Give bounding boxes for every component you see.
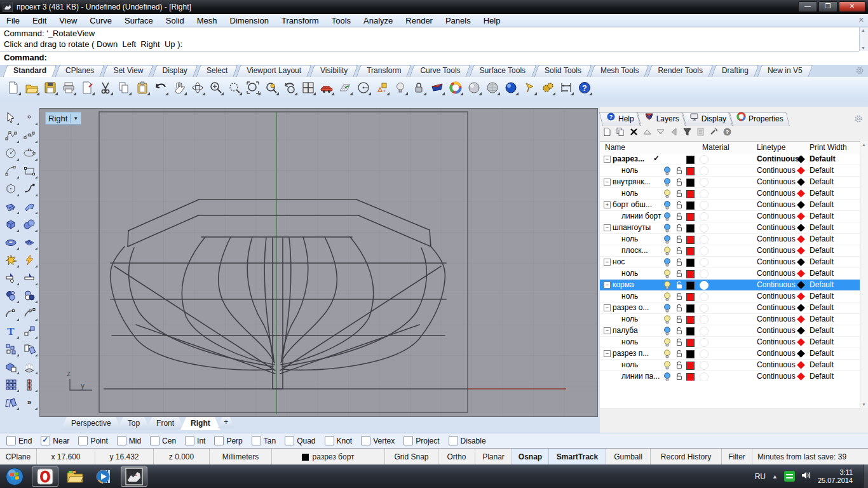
- add-viewport-tab-button[interactable]: +: [218, 417, 234, 428]
- dimension-icon[interactable]: [558, 79, 574, 96]
- arc-icon[interactable]: [1, 162, 20, 180]
- checkbox-disable[interactable]: [449, 436, 458, 445]
- layer-print-width[interactable]: Default: [810, 292, 834, 301]
- layer-row[interactable]: −палубаContinuousDefault: [600, 325, 860, 337]
- layer-lock-icon[interactable]: [675, 361, 683, 371]
- layer-linetype[interactable]: Continuous: [757, 177, 796, 186]
- layer-linetype[interactable]: Continuous: [757, 292, 796, 301]
- layer-row[interactable]: плоск...ContinuousDefault: [600, 245, 860, 257]
- layer-row[interactable]: нольContinuousDefault: [600, 314, 860, 325]
- layer-name[interactable]: плоск...: [621, 246, 648, 255]
- menu-render[interactable]: Render: [399, 15, 439, 27]
- osnap-knot[interactable]: Knot: [325, 436, 353, 445]
- toolbar-tab-render-tools[interactable]: Render Tools: [648, 65, 712, 77]
- layer-material-icon[interactable]: [700, 269, 709, 278]
- toolbar-tab-cplanes[interactable]: CPlanes: [56, 65, 104, 77]
- layer-visibility-bulb-icon[interactable]: [663, 166, 671, 177]
- layer-name[interactable]: палуба: [613, 326, 638, 335]
- mirror-icon[interactable]: [20, 340, 38, 358]
- layer-visibility-bulb-icon[interactable]: [663, 304, 671, 315]
- layer-visibility-bulb-icon[interactable]: [663, 258, 671, 269]
- text-icon[interactable]: T: [1, 322, 20, 340]
- layer-lock-icon[interactable]: [675, 349, 683, 360]
- osnap-quad[interactable]: Quad: [285, 436, 315, 445]
- layer-name[interactable]: ноль: [621, 189, 638, 198]
- command-prompt[interactable]: Command:: [4, 53, 47, 62]
- layer-name[interactable]: внутрянк...: [613, 177, 650, 186]
- layer-lock-icon[interactable]: [675, 258, 683, 268]
- layer-name[interactable]: линии па...: [621, 372, 660, 381]
- layer-print-width[interactable]: Default: [810, 212, 834, 220]
- point-icon[interactable]: [20, 109, 38, 126]
- layer-linetype[interactable]: Continuous: [757, 234, 796, 243]
- layer-row[interactable]: линии па...ContinuousDefault: [600, 371, 860, 381]
- filter-layers-icon[interactable]: [682, 127, 692, 139]
- osnap-cen[interactable]: Cen: [150, 436, 176, 445]
- layer-linetype[interactable]: Continuous: [757, 315, 796, 323]
- status-z-0-000[interactable]: z 0.000: [154, 449, 210, 465]
- checkbox-tan[interactable]: [252, 436, 261, 445]
- layer-material-icon[interactable]: [700, 372, 709, 381]
- layer-row[interactable]: +борт обш...ContinuousDefault: [600, 200, 860, 211]
- osnap-point[interactable]: Point: [78, 436, 107, 445]
- layer-print-width[interactable]: Default: [810, 200, 834, 209]
- layer-color-swatch[interactable]: [686, 339, 695, 347]
- osnap-tan[interactable]: Tan: [252, 436, 276, 445]
- menu-tools[interactable]: Tools: [325, 15, 357, 27]
- layer-material-icon[interactable]: [700, 327, 709, 336]
- layer-visibility-bulb-icon[interactable]: [663, 292, 671, 303]
- layer-name[interactable]: ноль: [621, 360, 638, 369]
- layer-color-swatch[interactable]: [686, 373, 695, 381]
- toolbar-tab-mesh-tools[interactable]: Mesh Tools: [591, 65, 648, 77]
- start-button[interactable]: [4, 466, 25, 487]
- taskbar-clock[interactable]: 3:11 25.07.2014: [818, 468, 853, 485]
- language-indicator[interactable]: RU: [755, 472, 766, 481]
- layer-lock-icon[interactable]: [675, 327, 683, 337]
- layer-visibility-bulb-icon[interactable]: [663, 315, 671, 326]
- layer-color-swatch[interactable]: [686, 281, 695, 290]
- notification-icon[interactable]: [521, 79, 538, 96]
- layer-lock-icon[interactable]: [675, 304, 683, 314]
- toolbar-tab-drafting[interactable]: Drafting: [712, 65, 758, 77]
- layer-lock-icon[interactable]: [675, 372, 683, 381]
- osnap-near[interactable]: Near: [41, 436, 69, 445]
- move-layer-left-icon[interactable]: [669, 127, 679, 139]
- layer-color-swatch[interactable]: [686, 247, 695, 255]
- checkbox-cen[interactable]: [150, 436, 159, 445]
- toolbar-tab-viewport-layout[interactable]: Viewport Layout: [237, 65, 311, 77]
- layer-print-width[interactable]: Default: [810, 223, 834, 232]
- layer-material-icon[interactable]: [700, 212, 709, 221]
- layer-material-icon[interactable]: [700, 292, 709, 301]
- panel-tab-properties[interactable]: Properties: [733, 112, 790, 126]
- export-notes-icon[interactable]: [79, 79, 95, 96]
- layer-print-width[interactable]: Default: [810, 154, 836, 163]
- layer-material-icon[interactable]: [700, 349, 709, 358]
- menu-dimension[interactable]: Dimension: [224, 15, 275, 27]
- layer-lock-icon[interactable]: [675, 178, 683, 188]
- layer-print-width[interactable]: Default: [810, 372, 834, 381]
- checkbox-point[interactable]: [78, 436, 88, 445]
- status-record-history[interactable]: Record History: [651, 449, 722, 465]
- shade-view-icon[interactable]: [466, 79, 482, 96]
- layer-linetype[interactable]: Continuous: [757, 326, 796, 335]
- status-millimeters[interactable]: Millimeters: [210, 449, 272, 465]
- viewport-title-chip[interactable]: Right ▼: [45, 112, 81, 125]
- layer-row[interactable]: нольContinuousDefault: [600, 268, 860, 280]
- move-layer-up-icon[interactable]: [642, 127, 652, 139]
- layer-row[interactable]: нольContinuousDefault: [600, 234, 860, 245]
- column-header-print-width[interactable]: Print Width: [810, 143, 847, 152]
- delete-layer-icon[interactable]: [629, 127, 639, 139]
- help-icon[interactable]: ?: [576, 79, 593, 96]
- status-gumball[interactable]: Gumball: [606, 449, 651, 465]
- spheres-icon[interactable]: [20, 215, 38, 233]
- zoom-selected-icon[interactable]: [263, 79, 280, 96]
- layer-name[interactable]: ноль: [621, 234, 638, 243]
- checkbox-end[interactable]: [6, 436, 16, 445]
- toolbar-tab-surface-tools[interactable]: Surface Tools: [470, 65, 536, 77]
- toolbar-gear-icon[interactable]: [855, 66, 864, 77]
- status-osnap[interactable]: Osnap: [512, 449, 549, 465]
- layer-color-swatch[interactable]: [686, 259, 695, 267]
- curve-blend-icon[interactable]: [20, 180, 38, 198]
- status-filter[interactable]: Filter: [722, 449, 752, 465]
- status-ortho[interactable]: Ortho: [438, 449, 475, 465]
